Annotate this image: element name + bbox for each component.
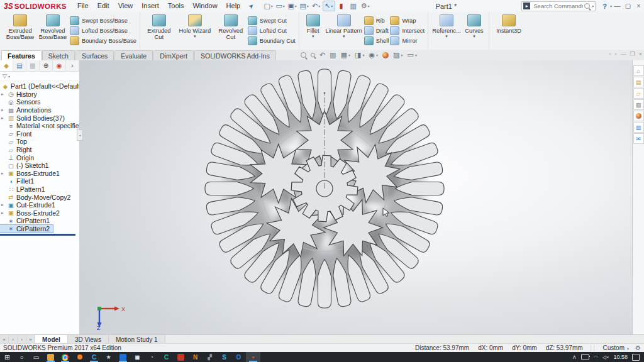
doc-restore-button[interactable]: ❐ (630, 51, 635, 57)
revolved-cut-button[interactable]: Revolved Cut (215, 14, 247, 40)
fillet-button[interactable]: Fillet ▾ (303, 14, 324, 38)
expand-arrow-icon[interactable]: ▸ (1, 202, 4, 207)
section-view-icon[interactable] (330, 51, 336, 59)
tree-item-boss-extrude2[interactable]: ▸▣Boss-Extrude2 (0, 209, 79, 217)
filter-icon[interactable] (3, 73, 7, 79)
rebuild-button[interactable] (336, 1, 347, 11)
close-button[interactable]: × (633, 3, 644, 9)
taskbar-orange-app[interactable] (72, 352, 87, 362)
displaymanager-tab[interactable] (53, 60, 66, 71)
taskbar-star-app[interactable]: ★ (101, 352, 116, 362)
view-settings-icon[interactable]: ▾ (408, 51, 417, 59)
filter-dropdown-icon[interactable]: ▾ (8, 74, 10, 79)
undo-button[interactable]: ▾ (311, 1, 322, 11)
swept-boss-base-button[interactable]: Swept Boss/Base (70, 16, 136, 25)
taskbar-blue-window-app[interactable] (116, 352, 130, 362)
doc-minimize-button[interactable]: — (621, 51, 626, 57)
display-style-icon[interactable]: ▾ (355, 51, 364, 59)
tree-item-sketch1[interactable]: ▢(-) Sketch1 (0, 162, 79, 170)
tree-item-material[interactable]: ≡Material <not specified> (0, 122, 79, 130)
view-palette-icon[interactable] (633, 99, 644, 110)
zoom-to-fit-icon[interactable] (301, 52, 306, 58)
file-properties-button[interactable] (348, 1, 359, 11)
boundary-cut-button[interactable]: Boundary Cut (248, 36, 296, 45)
tree-item-sensors[interactable]: ◎Sensors (0, 98, 79, 106)
options-button[interactable]: ▾ (360, 1, 371, 11)
configurationmanager-tab[interactable] (26, 60, 40, 71)
taskbar-clock-app[interactable]: ◔ (145, 352, 159, 362)
taskbar-calculator[interactable]: ▦ (130, 352, 145, 362)
minimize-button[interactable]: — (612, 3, 623, 9)
rollback-bar[interactable] (0, 234, 75, 236)
lofted-cut-button[interactable]: Lofted Cut (248, 26, 296, 35)
featuremanager-tab[interactable] (0, 60, 13, 71)
wifi-icon[interactable]: ◠ (594, 354, 598, 360)
file-explorer-icon[interactable] (633, 88, 644, 99)
tree-item-lpattern1[interactable]: ∷LPattern1 (0, 185, 79, 194)
menu-insert[interactable]: Insert (137, 0, 164, 12)
volume-muted-icon[interactable]: ◁× (602, 354, 609, 360)
flyout-caret-icon[interactable]: ▾ (343, 35, 345, 38)
tree-item-annotations[interactable]: ▸▤Annotations (0, 106, 79, 114)
menu-window[interactable]: Window (188, 0, 221, 12)
menu-tools[interactable]: Tools (164, 0, 189, 12)
tray-chevron-icon[interactable]: ∧ (572, 354, 577, 360)
expand-arrow-icon[interactable]: ▸ (1, 116, 4, 121)
extruded-boss-base-button[interactable]: Extruded Boss/Base (4, 14, 36, 40)
taskbar-chrome[interactable] (58, 352, 72, 362)
menu-file[interactable]: File (73, 0, 93, 12)
3d-views-tab[interactable]: 3D Views (68, 335, 109, 344)
tree-item-cut-extrude1[interactable]: ▸▣Cut-Extrude1 (0, 201, 79, 209)
menu-view[interactable]: View (114, 0, 138, 12)
tab-features[interactable]: Features (1, 50, 42, 60)
boundary-boss-base-button[interactable]: Boundary Boss/Base (70, 36, 136, 45)
hole-wizard-button[interactable]: Hole Wizard ▾ (176, 14, 214, 38)
solidworks-resources-icon[interactable] (633, 65, 644, 76)
search-commands-box[interactable]: ▸ ▾ (521, 1, 596, 11)
tree-item-cirpattern1[interactable]: ∗CirPattern1 (0, 217, 79, 225)
print-button[interactable]: ▾ (299, 1, 310, 11)
expand-arrow-icon[interactable]: ▸ (1, 211, 4, 216)
tab-evaluate[interactable]: Evaluate (114, 50, 153, 60)
taskbar-red-app[interactable] (174, 352, 188, 362)
doc-tile-icon[interactable]: ▫ (614, 51, 616, 57)
action-center-icon[interactable] (632, 354, 640, 361)
taskbar-opera-app[interactable]: O (231, 352, 246, 362)
rib-button[interactable]: Rib (364, 16, 389, 25)
tree-item-top-plane[interactable]: ▱Top (0, 138, 79, 146)
forum-icon[interactable] (633, 133, 644, 144)
draft-button[interactable]: Draft (364, 26, 389, 35)
revolved-boss-base-button[interactable]: Revolved Boss/Base (37, 14, 69, 40)
start-button[interactable]: ⊞ (0, 352, 14, 362)
tree-item-boss-extrude1[interactable]: ▸▣Boss-Extrude1 (0, 170, 79, 178)
tab-scroll-first-icon[interactable]: « (0, 335, 9, 344)
task-view-button[interactable]: ▭ (29, 352, 43, 362)
flyout-caret-icon[interactable]: ▾ (312, 35, 314, 38)
tree-item-fillet1[interactable]: ◖Fillet1 (0, 177, 79, 185)
intersect-button[interactable]: Intersect (390, 26, 425, 35)
shell-button[interactable]: Shell (364, 36, 389, 45)
flyout-caret-icon[interactable]: ▾ (194, 35, 196, 38)
tree-item-body-move-copy2[interactable]: ⇄Body-Move/Copy2 (0, 193, 79, 201)
model-tab[interactable]: Model (35, 335, 68, 344)
select-tool-button[interactable]: ▾ (323, 1, 335, 11)
taskbar-blue-c-app[interactable]: C (87, 352, 101, 362)
propertymanager-tab[interactable] (13, 60, 26, 71)
search-icon[interactable] (584, 3, 590, 9)
cortana-search-button[interactable]: ○ (14, 352, 29, 362)
tree-item-solid-bodies[interactable]: ▸▥Solid Bodies(37) (0, 114, 79, 122)
edit-appearance-icon[interactable] (382, 52, 389, 58)
search-input[interactable] (532, 2, 584, 10)
linear-pattern-button[interactable]: Linear Pattern ▾ (325, 14, 363, 38)
mirror-button[interactable]: Mirror (390, 36, 425, 45)
reference-geometry-button[interactable]: Referenc... ▾ (431, 14, 462, 38)
tab-scroll-next-icon[interactable]: › (18, 335, 26, 344)
apply-scene-icon[interactable]: ▾ (393, 51, 402, 59)
wrap-button[interactable]: Wrap (390, 16, 425, 25)
units-selector[interactable]: Custom (603, 344, 625, 351)
lofted-boss-base-button[interactable]: Lofted Boss/Base (70, 26, 136, 35)
tab-scroll-last-icon[interactable]: » (26, 335, 35, 344)
menu-edit[interactable]: Edit (93, 0, 114, 12)
curves-button[interactable]: Curves ▾ (463, 14, 486, 38)
clock[interactable]: 10:58 (613, 354, 628, 360)
